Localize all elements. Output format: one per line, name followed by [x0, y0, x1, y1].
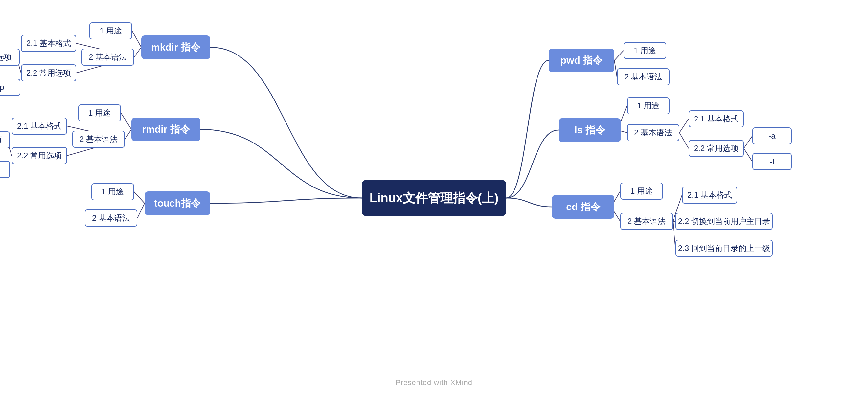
node-label: 2.2 切换到当前用户主目录 [678, 216, 770, 227]
node-2.2-常用选项: 2.2 常用选项 [21, 64, 76, 81]
node-label: 2 基本语法 [627, 216, 665, 227]
node-label: 2.2 常用选项 [694, 143, 739, 154]
node-label: 2 基本语法 [634, 127, 672, 138]
node-1-用途: 1 用途 [78, 104, 121, 122]
node-label: 2 基本语法 [89, 52, 127, 62]
svg-line-7 [125, 129, 131, 139]
node-label: 2.1 基本格式 [687, 190, 732, 200]
node-label: 1 用途 [101, 187, 124, 197]
node-label: 2.2 常用选项 [26, 68, 71, 78]
svg-line-14 [614, 51, 624, 60]
svg-line-13 [137, 203, 145, 218]
node-1-用途: 1 用途 [627, 97, 670, 114]
node-label: 2 基本语法 [80, 134, 118, 144]
node-2.3-回到当前目录的上一级: 2.3 回到当前目录的上一级 [676, 240, 773, 257]
node-label: 1 用途 [99, 26, 122, 36]
node-2-基本语法: 2 基本语法 [620, 213, 673, 230]
node-label: 无选项 [0, 52, 12, 62]
node-label: -l [770, 157, 774, 166]
node-label: mkdir 指令 [151, 41, 200, 54]
node-2.2-常用选项: 2.2 常用选项 [689, 140, 744, 157]
node-touch指令: touch指令 [145, 191, 210, 215]
svg-line-19 [679, 133, 689, 148]
footer-text: Presented with XMind [396, 378, 472, 387]
node-label: 无选项 [0, 135, 2, 145]
node--a: -a [752, 127, 792, 144]
node-label: 2.1 基本格式 [694, 113, 739, 124]
node-2-基本语法: 2 基本语法 [617, 68, 670, 86]
node-无选项: 无选项 [0, 131, 10, 148]
node-2.1-基本格式: 2.1 基本格式 [682, 187, 737, 204]
svg-line-12 [134, 192, 145, 203]
node-2.2-常用选项: 2.2 常用选项 [12, 147, 67, 164]
node-label: rmdir 指令 [142, 123, 190, 136]
node-2-基本语法: 2 基本语法 [85, 209, 137, 227]
node-2-基本语法: 2 基本语法 [82, 48, 134, 66]
node-2.2-切换到当前用户主目录: 2.2 切换到当前用户主目录 [676, 213, 773, 230]
node-1-用途: 1 用途 [624, 42, 666, 59]
node-label: 2.1 基本格式 [17, 121, 62, 131]
node--l: -l [752, 153, 792, 170]
node-1-用途: 1 用途 [620, 183, 663, 200]
node-mkdir-指令: mkdir 指令 [141, 35, 210, 59]
node-1-用途: 1 用途 [91, 183, 134, 200]
svg-line-15 [614, 60, 617, 77]
svg-line-26 [673, 221, 676, 248]
node-1-用途: 1 用途 [89, 22, 132, 39]
node-label: 2 基本语法 [92, 213, 130, 223]
svg-line-18 [679, 119, 689, 133]
node-label: 2.1 基本格式 [26, 38, 71, 48]
node-pwd-指令: pwd 指令 [549, 48, 614, 72]
node-rmdir-指令: rmdir 指令 [131, 118, 200, 141]
svg-line-0 [132, 31, 141, 47]
svg-line-1 [134, 47, 141, 57]
node-无选项: 无选项 [0, 48, 20, 66]
svg-line-21 [744, 148, 752, 162]
footer: Presented with XMind [396, 378, 472, 387]
node-2.1-基本格式: 2.1 基本格式 [689, 110, 744, 127]
node-label: cd 指令 [566, 200, 600, 214]
center-label: Linux文件管理指令(上) [370, 190, 499, 206]
node-2.1-基本格式: 2.1 基本格式 [21, 35, 76, 52]
node-label: -p [0, 83, 4, 92]
svg-line-20 [744, 136, 752, 148]
node-label: 1 用途 [634, 45, 656, 56]
center-node: Linux文件管理指令(上) [362, 180, 506, 216]
node--rf: -rf [0, 161, 10, 178]
node-2-基本语法: 2 基本语法 [72, 131, 125, 148]
node-label: 1 用途 [630, 186, 653, 196]
node--p: -p [0, 79, 20, 96]
node-label: touch指令 [154, 197, 201, 210]
node-label: ls 指令 [574, 124, 605, 137]
node-2.1-基本格式: 2.1 基本格式 [12, 118, 67, 135]
node-ls-指令: ls 指令 [559, 118, 621, 142]
mind-map: Linux文件管理指令(上) Presented with XMind mkdi… [0, 0, 868, 396]
node-cd-指令: cd 指令 [552, 195, 614, 219]
node-label: pwd 指令 [560, 54, 602, 67]
node-2-基本语法: 2 基本语法 [627, 124, 679, 141]
node-label: 2 基本语法 [624, 72, 662, 82]
node-label: 1 用途 [88, 108, 111, 118]
node-label: 1 用途 [637, 100, 659, 111]
node-label: -a [769, 131, 775, 140]
node-label: 2.2 常用选项 [17, 151, 62, 161]
svg-line-6 [121, 113, 131, 129]
node-label: 2.3 回到当前目录的上一级 [678, 243, 770, 254]
